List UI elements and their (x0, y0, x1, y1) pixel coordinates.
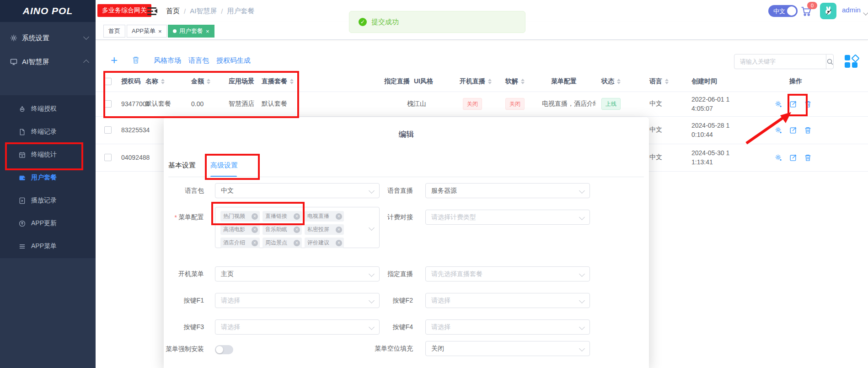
col-ui-style: UI风格 (414, 71, 433, 92)
search-icon (826, 58, 834, 65)
avatar-rabbit-icon (823, 6, 833, 16)
user-caret-down-icon[interactable] (863, 10, 868, 15)
chevron-down-icon (579, 214, 585, 220)
tag-close-icon[interactable]: × (336, 240, 342, 246)
chevron-down-icon (83, 34, 89, 40)
tab-app-menu[interactable]: APP菜单 × (127, 25, 167, 38)
config-gear-icon[interactable] (775, 154, 782, 162)
force-install-toggle[interactable] (215, 345, 233, 354)
col-soft-decode[interactable]: 软解 (505, 71, 525, 92)
key-f4-select[interactable]: 请选择 (425, 319, 590, 335)
col-language[interactable]: 语言 (649, 71, 669, 92)
edit-icon[interactable] (789, 126, 797, 134)
col-boot-live[interactable]: 开机直播 (460, 71, 492, 92)
tag-close-icon[interactable]: × (336, 213, 342, 220)
add-button[interactable]: + (111, 54, 118, 65)
chevron-down-icon (579, 324, 585, 330)
config-gear-icon[interactable] (775, 100, 782, 108)
config-gear-icon[interactable] (775, 126, 782, 134)
chevron-up-icon (83, 60, 89, 65)
delete-icon[interactable] (804, 126, 812, 134)
edit-icon[interactable] (789, 100, 797, 108)
tag-close-icon[interactable]: × (294, 227, 300, 233)
menu-tag: 直播链接× (263, 211, 302, 222)
tab-home[interactable]: 首页 (103, 25, 125, 38)
avatar[interactable] (820, 3, 836, 19)
col-status[interactable]: 状态 (601, 71, 621, 92)
auth-code-generate-link[interactable]: 授权码生成 (216, 56, 251, 65)
breadcrumb: 首页 / AI智慧屏 / 用户套餐 (166, 0, 255, 22)
tab-user-packages-active[interactable]: 用户套餐 × (168, 25, 214, 38)
cell-language: 中文 (649, 92, 662, 116)
sidebar-collapse-icon[interactable] (147, 6, 157, 16)
sort-icon (665, 79, 669, 84)
cell-created: 2022-06-01 14:05:07 (691, 95, 729, 113)
col-live-package[interactable]: 直播套餐 (262, 71, 294, 92)
sidebar-item-terminal-records[interactable]: 终端记录 (0, 120, 96, 143)
breadcrumb-ai-screen[interactable]: AI智慧屏 (190, 7, 217, 16)
delete-icon[interactable] (804, 154, 812, 162)
sidebar-item-app-update[interactable]: APP更新 (0, 212, 96, 235)
toast-message: 提交成功 (371, 18, 399, 27)
sidebar-item-terminal-stats[interactable]: 终端统计 (0, 143, 96, 166)
edit-icon[interactable] (789, 154, 797, 162)
cell-ui-style: 槐江山 (407, 92, 426, 116)
tag-close-icon[interactable]: × (252, 213, 258, 220)
assigned-live-select[interactable]: 请先选择直播套餐 (425, 266, 590, 281)
tag-close-icon[interactable]: × (336, 227, 342, 233)
wallet-icon (19, 174, 26, 181)
cart-button[interactable]: 0 (800, 5, 815, 19)
row-checkbox[interactable] (104, 154, 112, 161)
label-boot-menu: 开机菜单 (164, 266, 204, 281)
label-voice-live: 语音直播 (347, 183, 413, 198)
tag-close-icon[interactable]: × (252, 227, 258, 233)
search-button[interactable] (826, 54, 834, 69)
language-toggle[interactable]: 中文 (768, 5, 798, 17)
key-f2-select[interactable]: 请选择 (425, 293, 590, 308)
cell-created: 2024-05-28 10:10:44 (691, 121, 729, 139)
slot-fill-select[interactable]: 关闭 (425, 341, 590, 356)
required-asterisk: * (175, 214, 177, 221)
sidebar-item-user-packages[interactable]: 用户套餐 (0, 166, 96, 189)
billing-select[interactable]: 请选择计费类型 (425, 210, 590, 225)
row-checkbox[interactable] (104, 126, 112, 134)
row-checkbox[interactable] (104, 100, 112, 108)
close-icon[interactable]: × (158, 28, 162, 35)
monitor-icon (10, 58, 17, 65)
col-name[interactable]: 名称 (145, 71, 165, 92)
row-operations (775, 144, 812, 171)
col-amount[interactable]: 金额 (191, 71, 210, 92)
style-market-link[interactable]: 风格市场 (154, 56, 181, 65)
menu-list-icon (19, 243, 26, 250)
col-scene: 应用场景 (229, 71, 254, 92)
tag-close-icon[interactable]: × (252, 240, 258, 246)
label-menu-config: * 菜单配置 (164, 210, 204, 225)
cell-language: 中文 (649, 144, 662, 171)
sidebar-item-app-menu[interactable]: APP菜单 (0, 235, 96, 258)
breadcrumb-home[interactable]: 首页 (166, 7, 180, 16)
username[interactable]: admin (842, 6, 861, 14)
column-settings-icon[interactable] (844, 54, 858, 68)
sidebar-item-ai-screen[interactable]: AI智慧屏 (0, 50, 96, 73)
chevron-down-icon (579, 298, 585, 303)
table-header-row: 授权码 名称 金额 应用场景 直播套餐 指定直播 UI风格 开机直播 软解 菜单… (96, 71, 868, 92)
row-operations (775, 92, 812, 116)
cell-language: 中文 (649, 116, 662, 144)
language-pack-link[interactable]: 语言包 (188, 56, 209, 65)
menu-tag: 私密投屏× (305, 224, 344, 235)
cell-live-package: 默认套餐 (262, 92, 287, 116)
voice-live-select[interactable]: 服务器源 (425, 183, 590, 198)
sidebar-item-terminal-auth[interactable]: 终端授权 (0, 97, 96, 120)
tag-close-icon[interactable]: × (294, 240, 300, 246)
close-icon[interactable]: × (206, 28, 209, 35)
search-input[interactable] (734, 54, 826, 69)
chevron-down-icon (579, 346, 585, 352)
select-all-checkbox[interactable] (104, 78, 112, 85)
tag-close-icon[interactable]: × (294, 213, 300, 220)
delete-icon[interactable] (804, 100, 812, 108)
tab-advanced-settings[interactable]: 高级设置 (210, 161, 238, 175)
sidebar-item-system-settings[interactable]: 系统设置 (0, 27, 96, 49)
tab-basic-settings[interactable]: 基本设置 (168, 161, 196, 175)
sidebar-item-play-records[interactable]: 播放记录 (0, 189, 96, 212)
batch-delete-icon[interactable] (132, 56, 140, 64)
